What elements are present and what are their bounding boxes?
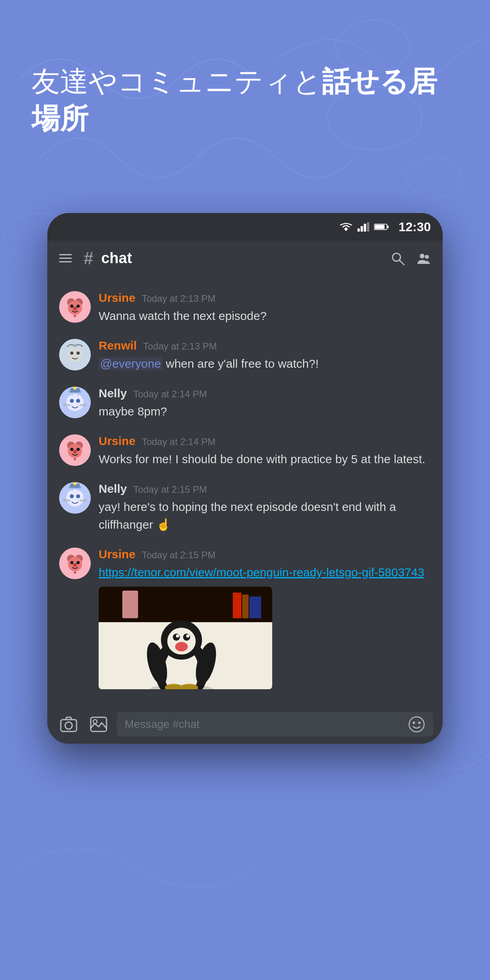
username: Nelly: [99, 482, 127, 496]
timestamp: Today at 2:13 PM: [143, 341, 217, 352]
mention: @everyone: [99, 357, 163, 370]
svg-point-61: [73, 482, 77, 485]
message-content: Nelly Today at 2:14 PM maybe 8pm?: [99, 387, 431, 420]
message-input-placeholder: Message #chat: [125, 718, 200, 731]
svg-point-51: [70, 494, 74, 498]
channel-header: # chat: [47, 241, 443, 276]
message-input-box[interactable]: Message #chat: [117, 712, 433, 737]
messages-area: ✦ Ursine Today at 2:13 PM Wanna watch th…: [47, 276, 443, 704]
svg-point-91: [65, 722, 72, 729]
wifi-icon: [339, 222, 353, 232]
message-header: Ursine Today at 2:13 PM: [99, 291, 431, 305]
message-item: Nelly Today at 2:15 PM yay! here's to ho…: [47, 475, 443, 540]
svg-text:✦: ✦: [73, 569, 77, 576]
svg-point-47: [73, 450, 77, 454]
svg-point-83: [186, 634, 189, 638]
svg-point-26: [77, 352, 80, 355]
svg-point-67: [77, 561, 80, 564]
emoji-button[interactable]: [408, 716, 425, 733]
svg-point-96: [418, 722, 421, 724]
username: Ursine: [99, 291, 135, 305]
phone-frame: 12:30 # chat: [47, 213, 443, 744]
svg-rect-10: [387, 226, 389, 228]
timestamp: Today at 2:14 PM: [142, 436, 215, 447]
message-text: yay! here's to hoping the next episode d…: [99, 498, 431, 533]
channel-hash: #: [84, 249, 93, 268]
header-text-regular: 友達やコミュニティと: [32, 65, 322, 97]
message-text: Wanna watch the next episode?: [99, 307, 431, 325]
svg-point-14: [425, 255, 429, 259]
svg-point-80: [173, 634, 180, 641]
svg-rect-5: [361, 226, 363, 232]
channel-name[interactable]: chat: [101, 250, 383, 267]
svg-point-31: [76, 399, 80, 403]
username: Ursine: [99, 548, 135, 561]
svg-line-12: [400, 260, 404, 265]
search-icon[interactable]: [391, 251, 405, 266]
message-content: Nelly Today at 2:15 PM yay! here's to ho…: [99, 482, 431, 533]
svg-point-30: [70, 399, 74, 403]
message-item: ✦ Ursine Today at 2:14 PM Works for me! …: [47, 427, 443, 475]
svg-point-82: [176, 634, 179, 638]
svg-point-93: [93, 720, 97, 724]
message-item: Renwil Today at 2:13 PM @everyone when a…: [47, 332, 443, 380]
message-item: Nelly Today at 2:14 PM maybe 8pm?: [47, 380, 443, 427]
svg-point-84: [175, 642, 188, 651]
message-header: Nelly Today at 2:14 PM: [99, 387, 431, 400]
avatar: ✦: [59, 291, 91, 323]
svg-rect-75: [122, 591, 138, 618]
message-text: Works for me! I should be done with prac…: [99, 450, 431, 468]
message-header: Renwil Today at 2:13 PM: [99, 339, 431, 352]
username: Ursine: [99, 434, 135, 448]
svg-point-25: [70, 352, 73, 355]
svg-rect-74: [249, 597, 261, 618]
message-item: ✦ Ursine Today at 2:15 PM https://tenor.…: [47, 540, 443, 696]
message-link[interactable]: https://tenor.com/view/moot-penguin-read…: [99, 566, 424, 579]
svg-text:✦: ✦: [73, 313, 77, 319]
timestamp: Today at 2:13 PM: [142, 293, 215, 304]
svg-point-40: [73, 387, 77, 390]
camera-button[interactable]: [57, 713, 80, 736]
message-content: Renwil Today at 2:13 PM @everyone when a…: [99, 339, 431, 372]
message-header: Ursine Today at 2:14 PM: [99, 434, 431, 448]
svg-rect-6: [364, 224, 366, 232]
header-action-icons: [391, 251, 431, 266]
svg-point-94: [409, 717, 424, 732]
svg-point-68: [73, 563, 77, 567]
signal-icon: [357, 222, 369, 232]
hamburger-menu[interactable]: [59, 254, 72, 262]
svg-point-66: [70, 561, 73, 564]
svg-point-21: [73, 307, 77, 310]
svg-point-52: [76, 494, 80, 498]
message-content: Ursine Today at 2:14 PM Works for me! I …: [99, 434, 431, 468]
timestamp: Today at 2:15 PM: [142, 550, 215, 561]
svg-point-45: [70, 448, 73, 451]
message-content: Ursine Today at 2:13 PM Wanna watch the …: [99, 291, 431, 325]
message-header: Nelly Today at 2:15 PM: [99, 482, 431, 496]
svg-point-19: [70, 305, 73, 308]
avatar: ✦: [59, 434, 91, 466]
svg-rect-92: [91, 717, 107, 731]
svg-rect-4: [357, 228, 360, 232]
input-bar: Message #chat: [47, 704, 443, 744]
svg-rect-27: [73, 344, 77, 347]
message-header: Ursine Today at 2:15 PM: [99, 548, 431, 561]
svg-point-50: [66, 489, 84, 507]
message-text: https://tenor.com/view/moot-penguin-read…: [99, 563, 431, 581]
svg-point-13: [420, 254, 425, 258]
timestamp: Today at 2:15 PM: [133, 484, 207, 495]
svg-point-2: [406, 158, 462, 197]
svg-rect-7: [367, 222, 369, 232]
svg-point-81: [183, 634, 190, 641]
message-item: ✦ Ursine Today at 2:13 PM Wanna watch th…: [47, 284, 443, 332]
gif-image: [99, 587, 272, 689]
image-button[interactable]: [87, 713, 110, 736]
header-text: 友達やコミュニティと話せる居場所: [32, 63, 458, 137]
username: Nelly: [99, 387, 127, 400]
svg-rect-9: [375, 225, 385, 229]
svg-point-95: [413, 722, 415, 724]
members-icon[interactable]: [417, 251, 431, 266]
avatar: [59, 387, 91, 418]
avatar: [59, 482, 91, 514]
svg-point-29: [66, 394, 84, 411]
